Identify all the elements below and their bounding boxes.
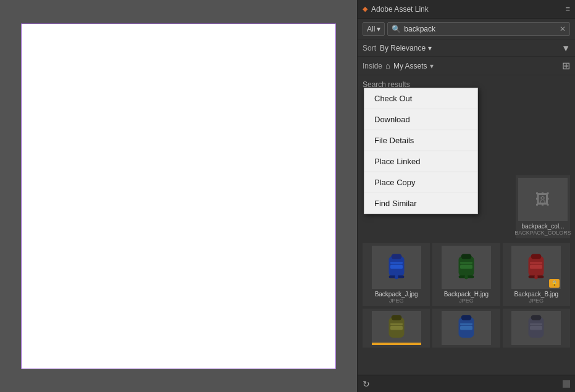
search-box: 🔍 ✕ (387, 22, 570, 36)
svg-rect-21 (390, 325, 403, 330)
lock-badge-b: 🔒 (549, 279, 560, 288)
panel-topbar-right: ≡ (565, 4, 570, 14)
sort-label: Sort (363, 44, 376, 52)
svg-rect-29 (530, 325, 542, 330)
thumb-label-j: Backpack_J.jpg (375, 291, 418, 298)
svg-rect-11 (464, 275, 468, 280)
panel-bottom: ↻ (358, 375, 575, 392)
canvas-area (0, 0, 357, 392)
my-assets-chevron-icon: ▾ (430, 62, 434, 70)
svg-rect-20 (390, 323, 403, 325)
svg-rect-13 (531, 254, 542, 259)
thumb-item-backpack-b[interactable]: 🔒 Backpack_B.jpg JPEG (503, 243, 570, 306)
svg-rect-24 (460, 323, 472, 325)
sort-value: By Relevance (380, 44, 426, 52)
context-menu-checkout[interactable]: Check Out (364, 88, 477, 109)
svg-rect-3 (390, 265, 403, 269)
all-chevron-icon: ▾ (377, 25, 380, 33)
panel-menu-button[interactable]: ≡ (565, 4, 570, 14)
thumb-item-backpack-j[interactable]: Backpack_J.jpg JPEG (363, 243, 430, 306)
svg-rect-23 (461, 315, 472, 320)
inside-left: Inside ⌂ My Assets ▾ (363, 61, 434, 70)
results-area[interactable]: Search results Check Out Download File D… (358, 75, 575, 375)
svg-rect-7 (461, 254, 472, 259)
svg-rect-25 (460, 325, 472, 330)
svg-rect-27 (531, 315, 542, 320)
svg-rect-2 (390, 262, 403, 264)
adobe-asset-link-panel: ◆ Adobe Asset Link ≡ All ▾ 🔍 ✕ Sort By R… (357, 0, 575, 392)
grid-view-icon[interactable]: ⊞ (562, 60, 570, 72)
scroll-indicator (563, 380, 570, 388)
my-assets-label: My Assets (393, 62, 427, 70)
thumb-sublabel-j: JPEG (389, 298, 404, 304)
thumb-item-row3-2[interactable] (432, 309, 500, 348)
sort-chevron-icon: ▾ (428, 44, 432, 52)
svg-rect-28 (530, 323, 542, 325)
thumb-img-backpack-b: 🔒 (511, 246, 561, 289)
svg-rect-5 (395, 275, 398, 280)
panel-topbar-left: ◆ Adobe Asset Link (363, 5, 429, 14)
all-label: All (367, 25, 375, 33)
thumb-img-backpack-col: 🖼 (518, 178, 568, 221)
svg-rect-17 (535, 275, 538, 280)
thumb-label-backpack-col: backpack_col... (522, 223, 565, 230)
thumb-img-backpack-h (442, 246, 491, 289)
thumb-item-row3-3[interactable] (503, 309, 570, 348)
context-menu: Check Out Download File Details Place Li… (364, 88, 478, 214)
thumb-item-row3-1[interactable] (363, 309, 430, 348)
search-input[interactable] (404, 25, 556, 33)
thumbnails-row2: Backpack_J.jpg JPEG Backpack_H.jpg JP (363, 243, 570, 306)
search-row: All ▾ 🔍 ✕ (358, 19, 575, 40)
canvas-document (21, 23, 336, 369)
inside-row: Inside ⌂ My Assets ▾ ⊞ (358, 57, 575, 75)
inside-label: Inside (363, 62, 382, 70)
sort-row: Sort By Relevance ▾ ▼ (358, 40, 575, 57)
search-icon: 🔍 (392, 25, 401, 33)
context-menu-file-details[interactable]: File Details (364, 130, 477, 151)
home-icon[interactable]: ⌂ (385, 61, 390, 70)
context-menu-find-similar[interactable]: Find Similar (364, 193, 477, 214)
svg-rect-9 (460, 265, 472, 269)
panel-topbar: ◆ Adobe Asset Link ≡ (358, 0, 575, 19)
thumbnails-row3 (363, 309, 570, 348)
context-menu-place-linked[interactable]: Place Linked (364, 151, 477, 172)
thumb-img-row3-2 (442, 311, 491, 345)
my-assets-dropdown[interactable]: My Assets ▾ (393, 62, 434, 70)
svg-rect-8 (460, 262, 472, 264)
svg-rect-15 (530, 265, 542, 269)
thumb-sublabel-backpack-col: BACKPACK_COLORS (514, 230, 571, 236)
panel-title: Adobe Asset Link (371, 5, 429, 14)
all-dropdown[interactable]: All ▾ (363, 22, 385, 36)
svg-rect-1 (391, 254, 401, 259)
thumb-img-backpack-j (372, 246, 421, 289)
context-menu-place-copy[interactable]: Place Copy (364, 172, 477, 193)
panel-logo-icon: ◆ (363, 5, 367, 13)
thumb-img-row3-3 (511, 311, 561, 345)
svg-rect-14 (530, 262, 542, 264)
search-clear-icon[interactable]: ✕ (560, 25, 566, 33)
thumb-sublabel-b: JPEG (529, 298, 544, 304)
thumb-sublabel-h: JPEG (459, 298, 474, 304)
filter-icon[interactable]: ▼ (561, 43, 570, 53)
thumb-img-row3-1 (372, 311, 421, 345)
thumb-item-backpack-h[interactable]: Backpack_H.jpg JPEG (432, 243, 500, 306)
thumb-label-h: Backpack_H.jpg (444, 291, 489, 298)
svg-rect-19 (391, 315, 401, 320)
refresh-icon[interactable]: ↻ (363, 379, 370, 389)
thumb-label-b: Backpack_B.jpg (514, 291, 558, 298)
sort-dropdown[interactable]: By Relevance ▾ (380, 44, 432, 52)
context-menu-download[interactable]: Download (364, 109, 477, 130)
thumb-item-backpack-col[interactable]: 🖼 backpack_col... BACKPACK_COLORS (516, 175, 570, 238)
image-placeholder-icon: 🖼 (535, 191, 550, 208)
